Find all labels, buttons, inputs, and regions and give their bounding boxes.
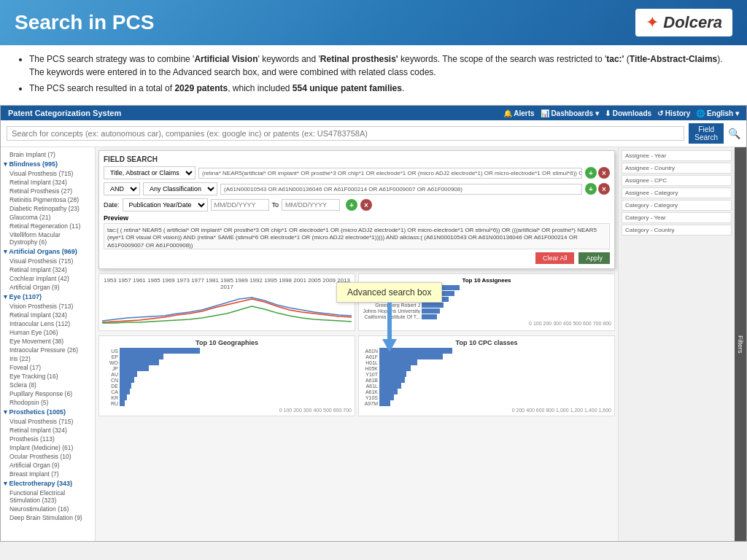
sidebar-sub-item[interactable]: Intraocular Lens (112) [1,319,95,328]
preview-label: Preview [104,214,610,222]
date-to-input[interactable] [282,199,340,211]
sidebar-sub-item[interactable]: Implant (Medicine) (61) [1,443,95,452]
sidebar-sub-item[interactable]: Breast Implant (7) [1,470,95,478]
sidebar-sub-item[interactable]: Human Eye (106) [1,328,95,337]
sidebar-sub-item[interactable]: Retinal Implant (324) [1,178,95,187]
sidebar-sub-item[interactable]: Neurostimulation (16) [1,505,95,513]
main-content: Brain Implant (7) ▾ Blindness (995) Visu… [1,147,746,541]
sidebar-category-prosthetics[interactable]: ▾ Prosthetics (1005) [1,407,95,417]
sidebar-sub-item[interactable]: Iris (22) [1,354,95,363]
sidebar-sub-item[interactable]: Retinal Implant (324) [1,265,95,274]
bullet-1: The PCS search strategy was to combine '… [29,52,729,79]
sidebar-sub-item[interactable]: Eye Movement (38) [1,337,95,346]
sidebar-sub-item[interactable]: Retinal Implant (324) [1,311,95,319]
dashboards-link[interactable]: 📊 Dashboards ▾ [541,109,599,117]
field-add-btn-2[interactable]: + [585,183,597,195]
sidebar-sub-item[interactable]: Foveal (17) [1,363,95,372]
sidebar-sub-item[interactable]: Retinal Prosthesis (27) [1,187,95,195]
geo-chart: Top 10 Geographies US EP WO JP AU CN DE … [98,335,355,416]
right-panel-wrapper: Assignee - Year Assignee - Country Assig… [618,147,746,541]
bar-row: A61K [362,389,611,394]
sidebar-sub-item[interactable]: Functional Electrical Stimulation (323) [1,489,95,505]
date-type-select[interactable]: Publication Year/Date [123,198,208,211]
page-title: Search in PCS [15,11,154,34]
field-type-select-1[interactable]: Title, Abstract or Claims [104,166,196,179]
sidebar-sub-item[interactable]: Artificial Organ (9) [1,283,95,292]
sidebar-sub-item[interactable]: Visual Prosthesis (715) [1,169,95,178]
trend-chart: 1953 1957 1961 1965 1969 1973 1977 1981 … [98,273,355,331]
any-class-select[interactable]: Any Classification [143,182,217,195]
sidebar-sub-item[interactable]: Vision Prosthesis (713) [1,302,95,311]
sidebar-sub-item[interactable]: Vitelliform Macular Dystrophy (6) [1,230,95,246]
sidebar-sub-item[interactable]: Sclera (8) [1,381,95,389]
sidebar-sub-item[interactable]: Retinal Regeneration (11) [1,222,95,230]
right-panel-item[interactable]: Assignee - Country [622,163,732,174]
annotation-text: Advanced search box [347,287,431,298]
sidebar-sub-item[interactable]: Eye Tracking (16) [1,372,95,381]
field-row-1: Title, Abstract or Claims (retina* NEAR5… [104,166,610,179]
history-link[interactable]: ↺ History [657,109,690,117]
field-add-btn-1[interactable]: + [585,167,597,179]
date-label: Date: [104,201,120,209]
right-panel: Assignee - Year Assignee - Country Assig… [618,147,735,541]
sidebar-sub-item[interactable]: Retinal Implant (324) [1,426,95,435]
pcs-title: Patent Categorization System [8,109,121,117]
alerts-link[interactable]: 🔔 Alerts [503,109,535,117]
arrow-annotation: Advanced search box [336,282,442,352]
pcs-container: Patent Categorization System 🔔 Alerts 📊 … [0,105,747,542]
sidebar-item[interactable]: Brain Implant (7) [1,150,95,159]
date-add-btn[interactable]: + [346,199,357,211]
sidebar-category-eye[interactable]: ▾ Eye (1107) [1,292,95,302]
sidebar-sub-item[interactable]: Rhodopsin (5) [1,398,95,407]
sidebar-sub-item[interactable]: Glaucoma (21) [1,213,95,222]
filters-panel[interactable]: Filters [735,147,746,541]
language-link[interactable]: 🌐 English ▾ [696,109,739,117]
sidebar-sub-item[interactable]: Ocular Prosthesis (10) [1,452,95,461]
apply-button[interactable]: Apply [578,252,610,264]
clear-all-button[interactable]: Clear All [535,252,575,264]
sidebar-category-blindness[interactable]: ▾ Blindness (995) [1,159,95,169]
pcs-search-input[interactable] [7,126,684,141]
sidebar-sub-item[interactable]: Retinitis Pigmentosa (28) [1,195,95,204]
sidebar-sub-item[interactable]: Deep Brain Stimulation (9) [1,513,95,522]
date-row: Date: Publication Year/Date To + × [104,198,610,211]
bar-row: KR [102,394,352,400]
field-value-1: (retina* NEAR5(artificial* OR implant* O… [198,168,582,179]
right-panel-item[interactable]: Assignee - CPC [622,175,732,186]
sidebar-sub-item[interactable]: Pupillary Response (6) [1,389,95,398]
bar-row: EP [102,354,352,359]
sidebar-sub-item[interactable]: Diabetic Retinopathy (23) [1,204,95,213]
right-panel-item[interactable]: Assignee - Category [622,187,732,198]
sidebar-sub-item[interactable]: Prosthesis (113) [1,435,95,443]
field-remove-btn-2[interactable]: × [598,183,610,195]
date-remove-btn[interactable]: × [360,199,372,211]
right-panel-item[interactable]: Category - Country [622,225,732,236]
geo-bars: US EP WO JP AU CN DE CA KR RU [102,348,352,406]
right-panel-item[interactable]: Assignee - Year [622,150,732,161]
sidebar-sub-item[interactable]: Cochlear Implant (42) [1,274,95,283]
bar-row: AU [102,371,352,377]
geo-chart-title: Top 10 Geographies [102,339,352,346]
sidebar-category-electro[interactable]: ▾ Electrotherapy (343) [1,478,95,489]
bar-row: H05K [362,365,611,371]
field-icons-2: + × [585,183,610,195]
search-icon[interactable]: 🔍 [728,128,740,139]
and-select[interactable]: AND OR [104,182,140,195]
sidebar-sub-item[interactable]: Artificial Organ (9) [1,461,95,470]
page-header: Search in PCS ✦ Dolcera [0,0,747,45]
downloads-link[interactable]: ⬇ Downloads [605,109,651,117]
sidebar-sub-item[interactable]: Visual Prosthesis (715) [1,417,95,426]
bar-row: Y10S [362,394,611,400]
right-panel-item[interactable]: Category - Category [622,200,732,211]
geo-axis: 0 100 200 300 400 500 600 700 [102,408,352,413]
field-search-button[interactable]: FieldSearch [689,123,724,144]
right-panel-item[interactable]: Category - Year [622,212,732,223]
sidebar-category-artificial[interactable]: ▾ Artificial Organs (969) [1,246,95,257]
field-remove-btn-1[interactable]: × [598,167,610,179]
sidebar-sub-item[interactable]: Visual Prosthesis (715) [1,257,95,265]
date-from-input[interactable] [211,199,269,211]
field-search-title: FIELD SEARCH [104,155,610,163]
logo-text: Dolcera [663,13,722,32]
bar-row: Y10T [362,371,611,377]
sidebar-sub-item[interactable]: Intraocular Pressure (26) [1,346,95,354]
